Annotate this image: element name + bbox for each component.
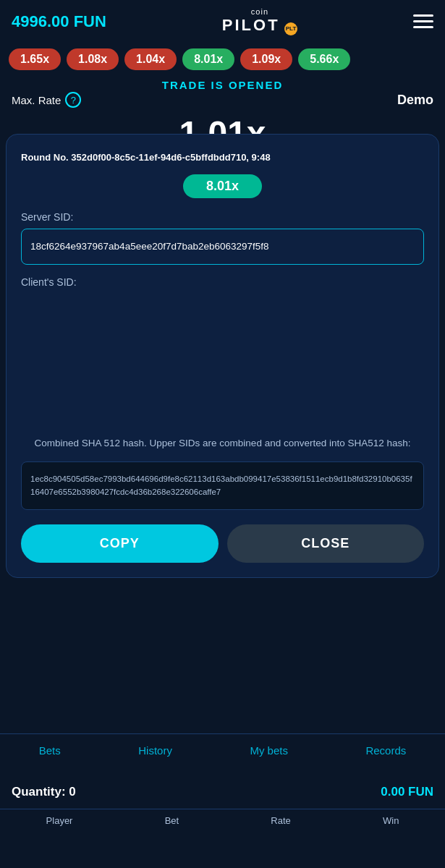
round-badge: 8.01x <box>21 174 424 198</box>
bottom-stats: Quantity: 0 0.00 FUN <box>0 778 445 807</box>
modal-buttons: COPY CLOSE <box>21 524 424 563</box>
logo-brand-text: PILOT <box>222 16 280 34</box>
balance-display: 4996.00 FUN <box>12 12 106 31</box>
badge-1[interactable]: 1.08x <box>67 48 119 70</box>
col-bet: Bet <box>165 815 179 826</box>
hamburger-line-3 <box>413 26 433 28</box>
col-win: Win <box>383 815 399 826</box>
table-header: Player Bet Rate Win <box>0 809 445 832</box>
badge-5[interactable]: 5.66x <box>298 48 350 70</box>
demo-label: Demo <box>397 93 433 108</box>
hamburger-menu[interactable] <box>413 14 433 28</box>
bottom-nav: Bets History My bets Records <box>0 733 445 767</box>
col-rate: Rate <box>271 815 290 826</box>
quantity-value: 0.00 FUN <box>381 785 433 799</box>
logo-coin-text: coin <box>251 7 268 16</box>
quantity-label: Quantity: 0 <box>12 785 76 799</box>
client-sid-label: Client's SID: <box>21 276 424 288</box>
max-rate-label: Max. Rate <box>12 94 61 106</box>
app-header: 4996.00 FUN coin PILOT PLT <box>0 0 445 43</box>
server-sid-label: Server SID: <box>21 211 424 223</box>
round-info: Round No. 352d0f00-8c5c-11ef-94d6-c5bffd… <box>21 152 424 163</box>
round-multiplier-badge: 8.01x <box>183 174 262 198</box>
max-rate-section: Max. Rate ? <box>12 92 81 108</box>
nav-records[interactable]: Records <box>365 744 406 757</box>
badge-3[interactable]: 8.01x <box>182 48 234 70</box>
trade-label: TRADE IS OPENED <box>162 79 284 91</box>
logo-dot: PLT <box>284 22 297 35</box>
badges-row: 1.65x 1.08x 1.04x 8.01x 1.09x 5.66x <box>0 43 445 76</box>
close-button[interactable]: CLOSE <box>227 524 425 563</box>
server-sid-value: 18cf6264e937967ab4a5eee20f7d7bab2eb60632… <box>21 229 424 265</box>
nav-bets[interactable]: Bets <box>39 744 61 757</box>
modal-overlay: Round No. 352d0f00-8c5c-11ef-94d6-c5bffd… <box>6 134 439 578</box>
nav-my-bets[interactable]: My bets <box>250 744 288 757</box>
client-sid-area <box>21 294 424 424</box>
hamburger-line-2 <box>413 20 433 22</box>
badge-2[interactable]: 1.04x <box>124 48 177 70</box>
game-area: Max. Rate ? Demo <box>0 92 445 114</box>
col-player: Player <box>46 815 73 826</box>
help-icon[interactable]: ? <box>65 92 81 108</box>
badge-4[interactable]: 1.09x <box>240 48 292 70</box>
copy-button[interactable]: COPY <box>21 524 219 563</box>
nav-history[interactable]: History <box>138 744 172 757</box>
badge-0[interactable]: 1.65x <box>9 48 61 70</box>
hamburger-line-1 <box>413 14 433 17</box>
hash-description: Combined SHA 512 hash. Upper SIDs are co… <box>21 435 424 451</box>
hash-value: 1ec8c904505d58ec7993bd644696d9fe8c62113d… <box>21 461 424 510</box>
trade-banner: TRADE IS OPENED <box>0 76 445 92</box>
logo: coin PILOT PLT <box>222 7 297 35</box>
